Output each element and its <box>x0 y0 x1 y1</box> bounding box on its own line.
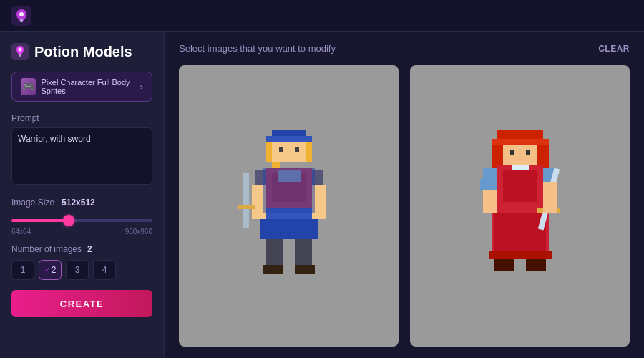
sidebar-title: Potion Models <box>11 43 152 60</box>
prompt-label: Prompt <box>11 113 152 123</box>
svg-rect-43 <box>512 165 529 170</box>
main-layout: Potion Models 🎮 Pixel Character Full Bod… <box>0 32 644 358</box>
create-button[interactable]: CREATE <box>11 290 152 317</box>
slider-max-label: 960x960 <box>125 228 152 236</box>
svg-rect-6 <box>272 130 306 136</box>
svg-rect-29 <box>263 168 315 213</box>
num-images-row: Number of images 2 <box>11 244 152 254</box>
image-size-label: Image Size <box>11 198 54 208</box>
num-btn-4[interactable]: 4 <box>93 260 116 280</box>
sidebar: Potion Models 🎮 Pixel Character Full Bod… <box>0 32 165 358</box>
image-card-2[interactable] <box>410 65 630 347</box>
num-images-label: Number of images <box>11 244 82 254</box>
chevron-right-icon: › <box>140 81 143 92</box>
navbar-logo <box>11 6 31 26</box>
svg-rect-48 <box>480 179 497 190</box>
num-btn-3[interactable]: 3 <box>66 260 89 280</box>
svg-rect-7 <box>266 136 312 142</box>
num-btn-1[interactable]: 1 <box>11 260 34 280</box>
num-buttons-group: 1 ✓2 3 4 <box>11 260 152 280</box>
model-name: Pixel Character Full Body Sprites <box>42 78 140 95</box>
svg-rect-31 <box>492 139 549 145</box>
clear-button[interactable]: CLEAR <box>598 44 630 54</box>
svg-rect-11 <box>266 142 272 162</box>
svg-rect-51 <box>543 182 557 213</box>
svg-rect-12 <box>306 142 312 162</box>
slider-labels: 64x64 960x960 <box>11 228 152 236</box>
prompt-input[interactable]: Warrior, with sword <box>11 127 152 185</box>
character-2-container <box>410 65 630 347</box>
svg-rect-46 <box>489 251 552 259</box>
image-size-row: Image Size 512x512 <box>11 198 152 208</box>
content-area: Select images that you want to modify CL… <box>165 32 644 358</box>
model-icon: 🎮 <box>21 78 36 95</box>
svg-rect-9 <box>279 147 283 152</box>
svg-rect-23 <box>263 265 283 274</box>
model-selector[interactable]: 🎮 Pixel Character Full Body Sprites › <box>11 72 152 102</box>
svg-rect-42 <box>503 170 537 202</box>
svg-rect-30 <box>497 130 543 139</box>
svg-rect-45 <box>494 213 546 256</box>
num-images-value: 2 <box>87 244 92 254</box>
svg-rect-22 <box>295 239 312 268</box>
svg-point-4 <box>19 48 22 52</box>
svg-rect-5 <box>19 54 21 57</box>
slider-min-label: 64x64 <box>11 228 31 236</box>
character-1-container <box>179 65 399 347</box>
image-grid <box>179 65 630 347</box>
page-title: Potion Models <box>34 44 132 60</box>
image-size-value: 512x512 <box>62 198 95 208</box>
content-header-text: Select images that you want to modify <box>179 43 336 54</box>
size-slider[interactable] <box>11 219 152 222</box>
svg-point-1 <box>19 12 24 16</box>
navbar <box>0 0 644 32</box>
svg-rect-34 <box>526 150 530 155</box>
svg-rect-53 <box>526 259 546 271</box>
svg-rect-32 <box>503 145 537 165</box>
character-2-svg <box>463 127 577 285</box>
content-header: Select images that you want to modify CL… <box>179 43 630 54</box>
svg-rect-21 <box>266 239 283 268</box>
model-info: 🎮 Pixel Character Full Body Sprites <box>21 78 140 95</box>
character-1-svg <box>232 127 346 285</box>
svg-rect-8 <box>272 142 306 162</box>
svg-rect-24 <box>295 265 315 274</box>
svg-rect-33 <box>510 150 514 155</box>
svg-rect-2 <box>20 19 23 22</box>
svg-rect-27 <box>238 205 255 209</box>
svg-rect-10 <box>295 147 299 152</box>
image-card-1[interactable] <box>179 65 399 347</box>
num-btn-2[interactable]: ✓2 <box>39 260 62 280</box>
svg-rect-52 <box>494 259 514 271</box>
potion-icon <box>11 43 29 60</box>
svg-rect-20 <box>260 219 318 239</box>
svg-rect-26 <box>243 173 249 228</box>
size-slider-container <box>11 212 152 225</box>
